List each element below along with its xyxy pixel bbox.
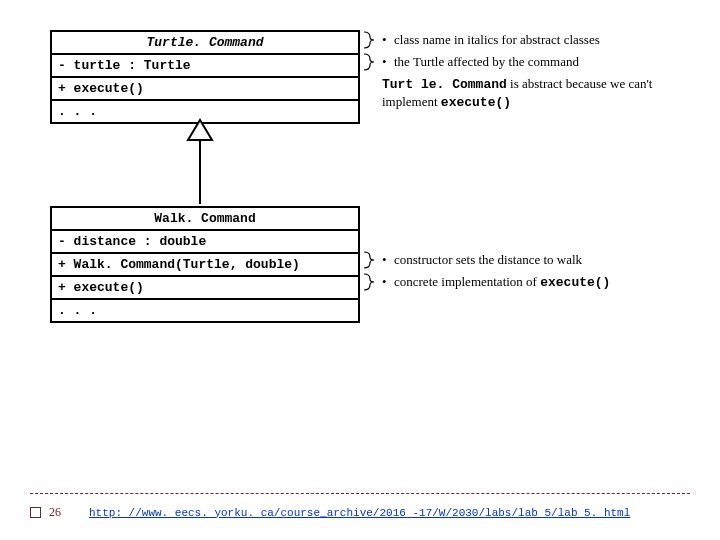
svg-marker-0 [188, 120, 212, 140]
page-marker-icon [30, 507, 41, 518]
brace-icon [362, 52, 376, 72]
dots-child: . . . [52, 300, 358, 321]
page-number: 26 [49, 505, 89, 520]
class-name-turtlecommand: Turtle. Command [52, 32, 358, 55]
class-name-walkcommand: Walk. Command [52, 208, 358, 231]
annotation-constructor: •constructor sets the distance to walk [382, 252, 654, 269]
annotation-abstract-reason: Turt le. Command is abstract because we … [382, 76, 672, 112]
brace-icon [362, 30, 376, 50]
footer-divider [30, 493, 690, 494]
inheritance-arrow-icon [180, 118, 220, 206]
op-execute-parent: + execute() [52, 78, 358, 101]
footer-link[interactable]: http: //www. eecs. yorku. ca/course_arch… [89, 507, 630, 519]
op-execute-child: + execute() [52, 277, 358, 300]
attr-turtle: - turtle : Turtle [52, 55, 358, 78]
op-constructor: + Walk. Command(Turtle, double) [52, 254, 358, 277]
annotation-abstract-italics: •class name in italics for abstract clas… [382, 32, 654, 49]
uml-class-walkcommand: Walk. Command - distance : double + Walk… [50, 206, 360, 323]
attr-distance: - distance : double [52, 231, 358, 254]
annotation-turtle-field: •the Turtle affected by the command [382, 54, 654, 71]
uml-class-turtlecommand: Turtle. Command - turtle : Turtle + exec… [50, 30, 360, 124]
brace-icon [362, 272, 376, 292]
brace-icon [362, 250, 376, 270]
annotation-concrete-execute: •concrete implementation of execute() [382, 274, 654, 292]
